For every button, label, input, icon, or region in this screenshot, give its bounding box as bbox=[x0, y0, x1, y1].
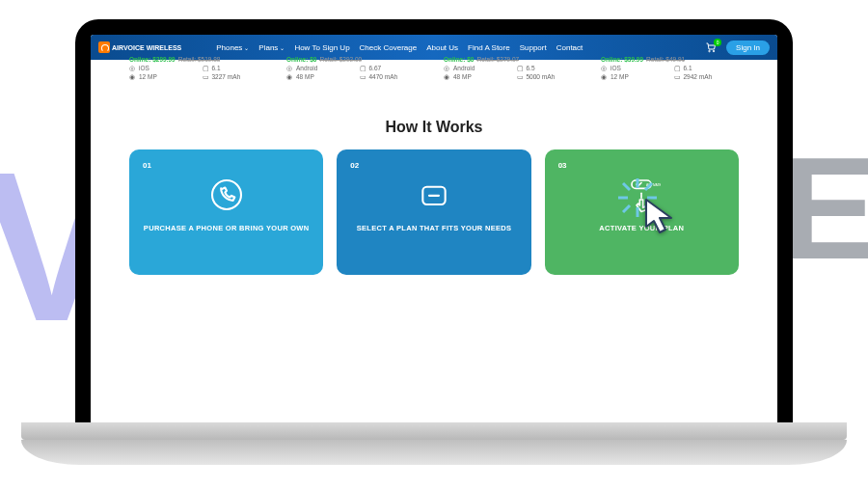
battery-icon: ▭ bbox=[360, 73, 366, 80]
camera-icon: ◉ bbox=[129, 73, 136, 80]
nav-plans[interactable]: Plans⌄ bbox=[258, 43, 285, 52]
nav-support[interactable]: Support bbox=[520, 43, 547, 52]
os-icon: ◎ bbox=[129, 65, 136, 71]
chevron-down-icon: ⌄ bbox=[244, 44, 249, 51]
svg-line-10 bbox=[623, 183, 630, 190]
os-icon: ◎ bbox=[286, 65, 293, 71]
screen-icon: ▢ bbox=[674, 65, 681, 71]
nav-check-coverage[interactable]: Check Coverage bbox=[360, 43, 418, 52]
retail-price: Retail: $279.07 bbox=[476, 56, 519, 63]
online-price: Online: $39.99 bbox=[601, 56, 643, 63]
retail-price: Retail: $49.91 bbox=[646, 56, 685, 63]
logo[interactable]: AIRVOICE WIRELESS bbox=[98, 41, 181, 53]
os-icon: ◎ bbox=[601, 65, 608, 71]
screen-icon: ▢ bbox=[203, 65, 209, 71]
battery-icon: ▭ bbox=[203, 73, 209, 80]
battery-icon: ▭ bbox=[674, 73, 681, 80]
online-price: Online: $0 bbox=[444, 56, 474, 63]
logo-icon bbox=[98, 41, 110, 53]
sign-in-button[interactable]: Sign In bbox=[726, 41, 770, 55]
phone-card[interactable]: Online: $39.99Retail: $49.91 ◎iOS ▢6.1 ◉… bbox=[601, 56, 739, 80]
laptop-base bbox=[21, 422, 847, 440]
retail-price: Retail: $519.88 bbox=[178, 56, 221, 63]
camera-icon: ◉ bbox=[444, 73, 450, 80]
phone-icon bbox=[207, 176, 246, 214]
phone-card[interactable]: Online: $0Retail: $279.07 ◎Android ▢6.5 … bbox=[444, 56, 582, 80]
step-number: 02 bbox=[350, 161, 359, 170]
cursor-icon bbox=[642, 198, 677, 236]
os-icon: ◎ bbox=[444, 65, 450, 71]
nav-how-to-sign-up[interactable]: How To Sign Up bbox=[294, 43, 349, 52]
step-text: PURCHASE A PHONE OR BRING YOUR OWN bbox=[144, 224, 310, 234]
step-number: 03 bbox=[558, 161, 567, 170]
cards-row: 01 PURCHASE A PHONE OR BRING YOUR OWN 02… bbox=[129, 149, 739, 275]
nav-phones[interactable]: Phones⌄ bbox=[216, 43, 249, 52]
cart-button[interactable]: 0 bbox=[705, 41, 717, 53]
svg-line-13 bbox=[623, 205, 630, 212]
logo-text: AIRVOICE WIRELESS bbox=[112, 44, 181, 51]
how-it-works-section: How It Works 01 PURCHASE A PHONE OR BRIN… bbox=[91, 80, 777, 275]
nav-contact[interactable]: Contact bbox=[556, 43, 583, 52]
chevron-down-icon: ⌄ bbox=[280, 44, 285, 51]
nav-about-us[interactable]: About Us bbox=[426, 43, 458, 52]
phone-card[interactable]: Online: $0Retail: $292.00 ◎Android ▢6.67… bbox=[286, 56, 424, 80]
screen-icon: ▢ bbox=[360, 65, 366, 71]
folder-icon bbox=[415, 176, 453, 214]
step-text: SELECT A PLAN THAT FITS YOUR NEEDS bbox=[357, 224, 512, 234]
nav-find-a-store[interactable]: Find A Store bbox=[468, 43, 510, 52]
battery-icon: ▭ bbox=[517, 73, 524, 80]
step-card-purchase[interactable]: 01 PURCHASE A PHONE OR BRING YOUR OWN bbox=[129, 149, 323, 275]
step-card-activate[interactable]: 03 ACTIVATE ACTIVATE YOUR PLAN bbox=[545, 149, 739, 275]
online-price: Online: $299.99 bbox=[129, 56, 176, 63]
step-card-select-plan[interactable]: 02 SELECT A PLAN THAT FITS YOUR NEEDS bbox=[337, 149, 530, 275]
screen: AIRVOICE WIRELESS Phones⌄ Plans⌄ How To … bbox=[91, 35, 777, 424]
phone-row: Online: $299.99Retail: $519.88 ◎iOS ▢6.1… bbox=[91, 56, 777, 80]
laptop-frame: AIRVOICE WIRELESS Phones⌄ Plans⌄ How To … bbox=[75, 19, 793, 424]
camera-icon: ◉ bbox=[601, 73, 608, 80]
step-number: 01 bbox=[143, 161, 151, 170]
svg-point-1 bbox=[713, 50, 715, 52]
camera-icon: ◉ bbox=[286, 73, 293, 80]
section-title: How It Works bbox=[129, 119, 739, 136]
laptop-foot bbox=[21, 440, 847, 465]
phone-card[interactable]: Online: $299.99Retail: $519.88 ◎iOS ▢6.1… bbox=[129, 56, 267, 80]
cart-badge: 0 bbox=[714, 39, 721, 46]
online-price: Online: $0 bbox=[286, 56, 316, 63]
svg-point-0 bbox=[709, 50, 711, 52]
svg-line-12 bbox=[645, 183, 652, 190]
retail-price: Retail: $292.00 bbox=[319, 56, 362, 63]
screen-icon: ▢ bbox=[517, 65, 524, 71]
